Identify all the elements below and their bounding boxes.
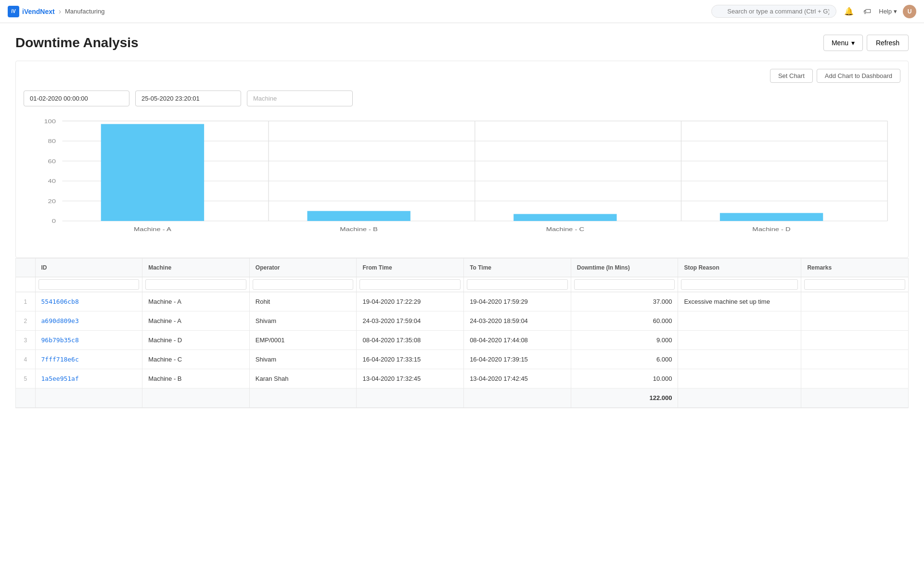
svg-text:20: 20: [48, 198, 56, 204]
search-wrapper: 🔍: [711, 5, 836, 18]
filter-to-time[interactable]: [467, 279, 568, 290]
menu-label: Menu: [832, 39, 848, 47]
bar-machine-a: [101, 124, 204, 221]
notification-bell-button[interactable]: 🔔: [842, 5, 856, 18]
col-machine: Machine: [142, 259, 250, 277]
row-id: 96b79b35c8: [35, 331, 142, 350]
breadcrumb: Manufacturing: [65, 8, 104, 15]
row-stop-reason: Excessive machine set up time: [678, 292, 801, 311]
table-body: 1 5541606cb8 Machine - A Rohit 19-04-202…: [16, 277, 908, 408]
filter-downtime[interactable]: [574, 279, 675, 290]
row-remarks: [801, 292, 908, 311]
navbar: iV iVendNext › Manufacturing 🔍 🔔 🏷 Help …: [0, 0, 924, 23]
navbar-right: 🔍 🔔 🏷 Help ▾ U: [711, 5, 916, 18]
svg-text:100: 100: [44, 118, 56, 124]
row-machine: Machine - A: [142, 311, 250, 331]
row-num: 3: [16, 331, 35, 350]
row-downtime: 10.000: [571, 369, 678, 388]
row-operator: Karan Shah: [249, 369, 357, 388]
table-row: 2 a690d809e3 Machine - A Shivam 24-03-20…: [16, 311, 908, 331]
row-id: 7fff718e6c: [35, 350, 142, 369]
col-to-time: To Time: [464, 259, 571, 277]
machine-filter-input[interactable]: [247, 91, 353, 106]
row-to-time: 19-04-2020 17:59:29: [464, 292, 571, 311]
filter-from-time[interactable]: [359, 279, 461, 290]
breadcrumb-separator: ›: [59, 7, 61, 16]
row-machine: Machine - C: [142, 350, 250, 369]
total-row: 122.000: [16, 388, 908, 408]
svg-text:40: 40: [48, 178, 56, 184]
set-chart-button[interactable]: Set Chart: [770, 69, 813, 83]
row-stop-reason: [678, 331, 801, 350]
col-stop-reason: Stop Reason: [678, 259, 801, 277]
row-machine: Machine - B: [142, 369, 250, 388]
menu-chevron-icon: ▾: [851, 39, 855, 47]
menu-button[interactable]: Menu ▾: [823, 35, 863, 51]
brand[interactable]: iV iVendNext: [8, 6, 55, 17]
row-num: 4: [16, 350, 35, 369]
row-remarks: [801, 311, 908, 331]
svg-text:Machine - B: Machine - B: [340, 226, 378, 232]
table-row: 5 1a5ee951af Machine - B Karan Shah 13-0…: [16, 369, 908, 388]
from-date-input[interactable]: [24, 91, 129, 106]
add-chart-button[interactable]: Add Chart to Dashboard: [817, 69, 900, 83]
bar-machine-c: [513, 214, 616, 221]
row-to-time: 13-04-2020 17:42:45: [464, 369, 571, 388]
row-remarks: [801, 350, 908, 369]
row-num: 1: [16, 292, 35, 311]
row-stop-reason: [678, 369, 801, 388]
to-date-input[interactable]: [135, 91, 241, 106]
row-downtime: 6.000: [571, 350, 678, 369]
table-row: 3 96b79b35c8 Machine - D EMP/0001 08-04-…: [16, 331, 908, 350]
row-operator: Shivam: [249, 350, 357, 369]
bar-chart: 100 80 60 40 20 0 Machine - A Machine - …: [24, 116, 900, 246]
col-operator: Operator: [249, 259, 357, 277]
bar-machine-b: [307, 211, 410, 221]
row-id: 5541606cb8: [35, 292, 142, 311]
row-stop-reason: [678, 350, 801, 369]
row-operator: EMP/0001: [249, 331, 357, 350]
filter-machine[interactable]: [145, 279, 246, 290]
header-actions: Menu ▾ Refresh: [823, 35, 909, 51]
row-downtime: 37.000: [571, 292, 678, 311]
col-remarks: Remarks: [801, 259, 908, 277]
row-id: a690d809e3: [35, 311, 142, 331]
filter-id[interactable]: [38, 279, 140, 290]
col-id: ID: [35, 259, 142, 277]
refresh-label: Refresh: [876, 39, 899, 47]
search-input[interactable]: [711, 5, 836, 18]
table-row: 4 7fff718e6c Machine - C Shivam 16-04-20…: [16, 350, 908, 369]
row-from-time: 13-04-2020 17:32:45: [357, 369, 464, 388]
filter-remarks[interactable]: [804, 279, 905, 290]
chart-svg: 100 80 60 40 20 0 Machine - A Machine - …: [24, 116, 900, 246]
row-to-time: 16-04-2020 17:39:15: [464, 350, 571, 369]
row-to-time: 24-03-2020 18:59:04: [464, 311, 571, 331]
row-operator: Shivam: [249, 311, 357, 331]
avatar[interactable]: U: [903, 5, 916, 18]
row-remarks: [801, 331, 908, 350]
svg-text:80: 80: [48, 138, 56, 144]
refresh-button[interactable]: Refresh: [867, 35, 909, 51]
row-from-time: 16-04-2020 17:33:15: [357, 350, 464, 369]
bookmark-button[interactable]: 🏷: [861, 5, 873, 18]
filter-operator[interactable]: [253, 279, 354, 290]
page-header: Downtime Analysis Menu ▾ Refresh: [15, 35, 909, 51]
total-downtime: 122.000: [571, 388, 678, 408]
row-downtime: 60.000: [571, 311, 678, 331]
row-num: 5: [16, 369, 35, 388]
brand-name: iVendNext: [22, 8, 55, 15]
filter-stop-reason[interactable]: [681, 279, 798, 290]
help-button[interactable]: Help ▾: [879, 8, 897, 15]
chart-section: Set Chart Add Chart to Dashboard: [15, 61, 909, 258]
main-content: Downtime Analysis Menu ▾ Refresh Set Cha…: [0, 23, 924, 569]
row-id: 1a5ee951af: [35, 369, 142, 388]
filter-row: [16, 277, 908, 292]
row-from-time: 19-04-2020 17:22:29: [357, 292, 464, 311]
row-downtime: 9.000: [571, 331, 678, 350]
row-from-time: 08-04-2020 17:35:08: [357, 331, 464, 350]
row-operator: Rohit: [249, 292, 357, 311]
filters-row: [24, 91, 900, 106]
row-remarks: [801, 369, 908, 388]
logo-icon: iV: [8, 6, 19, 17]
row-machine: Machine - A: [142, 292, 250, 311]
